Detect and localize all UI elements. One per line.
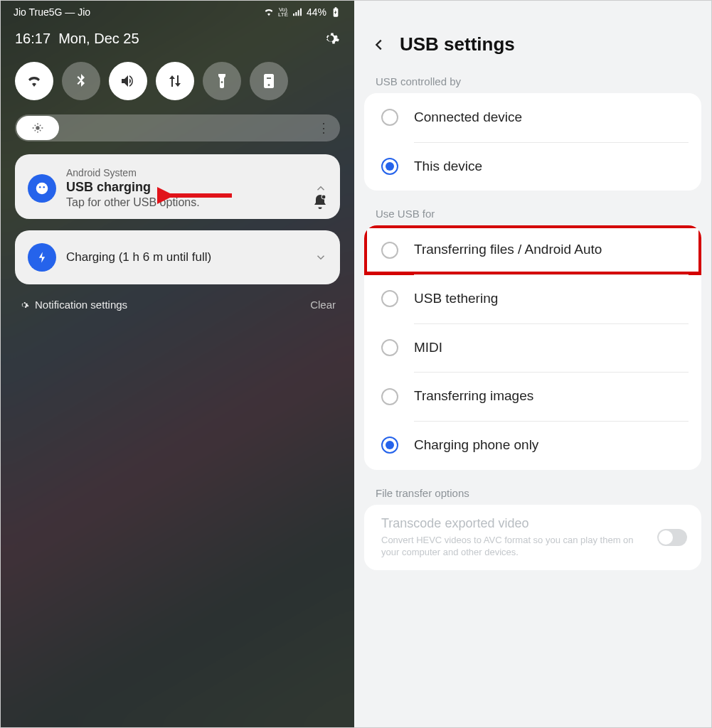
option-this-device[interactable]: This device [364,142,701,191]
charging-title: Charging (1 h 6 m until full) [66,250,211,264]
page-title: USB settings [400,33,515,55]
section-use-usb-for: Use USB for [354,203,711,225]
usb-controlled-card: Connected device This device [364,93,701,191]
chevron-up-icon[interactable] [314,182,327,195]
annotation-arrow [157,186,235,205]
notification-settings-link[interactable]: Notification settings [19,299,127,311]
transcode-title: Transcode exported video [381,516,684,531]
option-connected-device[interactable]: Connected device [364,93,701,142]
brightness-thumb[interactable] [16,116,59,140]
usb-settings-screen: USB settings USB controlled by Connected… [354,1,711,727]
radio-unselected [381,388,398,405]
charging-icon [28,243,56,272]
notif-settings-label: Notification settings [35,299,127,311]
radio-unselected [381,242,398,259]
brightness-icon [32,122,43,134]
option-midi[interactable]: MIDI [364,323,701,373]
charging-notification[interactable]: Charging (1 h 6 m until full) [15,230,340,284]
chevron-down-icon[interactable] [314,251,327,264]
flashlight-tile[interactable] [203,62,241,100]
svg-point-2 [39,186,41,188]
battery-text: 44% [307,6,326,18]
svg-point-0 [36,126,39,129]
qs-tiles [1,58,354,110]
transcode-subtitle: Convert HEVC videos to AVC format so you… [381,534,684,559]
brightness-slider[interactable]: ⋮ [15,114,340,141]
wifi-tile[interactable] [15,62,53,100]
option-transfer-files[interactable]: Transferring files / Android Auto [364,225,701,274]
back-icon[interactable] [371,37,387,53]
use-usb-for-card: Transferring files / Android Auto USB te… [364,225,701,469]
battery-icon [330,6,341,18]
signal-icon [292,6,303,18]
radio-unselected [381,290,398,307]
radio-selected [381,437,398,454]
bell-icon[interactable] [312,193,329,210]
section-file-transfer: File transfer options [354,483,711,505]
brightness-more-icon[interactable]: ⋮ [317,127,330,129]
radio-selected [381,158,398,175]
rotation-tile[interactable] [250,62,288,100]
time-text: 16:17 [15,31,51,46]
radio-unselected [381,339,398,356]
clear-button[interactable]: Clear [310,299,336,311]
option-usb-tethering[interactable]: USB tethering [364,274,701,323]
android-system-icon [28,174,56,203]
status-icons: Vo)LTE 44% [263,6,341,18]
svg-point-3 [43,186,45,188]
radio-unselected [381,109,398,126]
data-tile[interactable] [156,62,194,100]
volte-icon: Vo)LTE [278,7,288,17]
qs-header: 16:17 Mon, Dec 25 [1,22,354,58]
gear-icon[interactable] [322,29,340,48]
option-transcode[interactable]: Transcode exported video Convert HEVC vi… [364,505,701,570]
status-bar: Jio True5G — Jio Vo)LTE 44% [1,1,354,22]
date-text: Mon, Dec 25 [58,31,139,46]
svg-point-4 [322,195,326,199]
transcode-toggle[interactable] [657,529,687,546]
wifi-icon [263,6,275,18]
gear-small-icon [19,300,29,310]
sound-tile[interactable] [109,62,147,100]
notif-app-name: Android System [66,167,304,178]
option-transfer-images[interactable]: Transferring images [364,372,701,421]
carrier-text: Jio True5G — Jio [14,6,90,18]
bluetooth-tile[interactable] [62,62,100,100]
option-charging-only[interactable]: Charging phone only [364,421,701,470]
section-usb-controlled: USB controlled by [354,71,711,93]
svg-point-1 [36,182,48,194]
notification-shade: Jio True5G — Jio Vo)LTE 44% 16:17 Mon, D… [1,1,354,727]
file-transfer-card: Transcode exported video Convert HEVC vi… [364,505,701,570]
